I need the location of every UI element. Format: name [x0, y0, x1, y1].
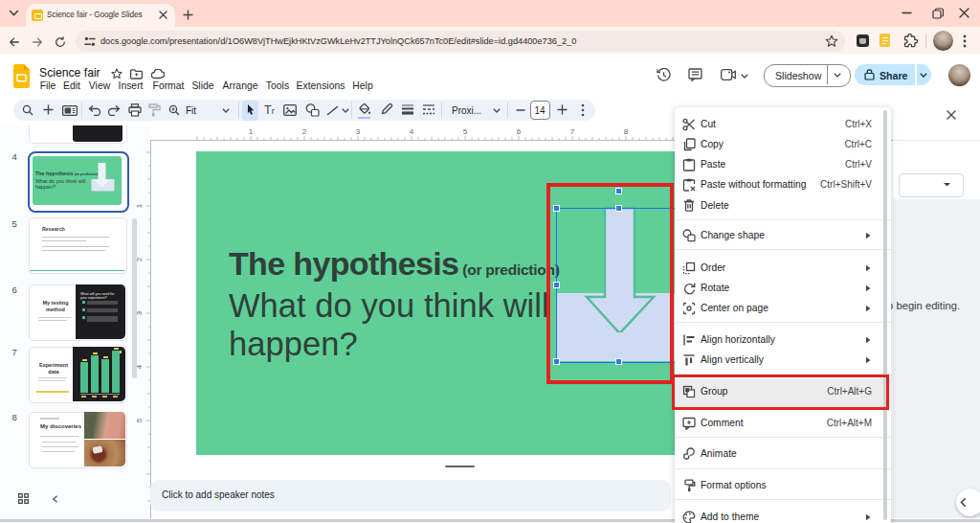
svg-text:3: 3 [356, 127, 361, 136]
svg-text:2: 2 [302, 127, 307, 136]
svg-text:2: 2 [137, 257, 144, 262]
svg-text:1: 1 [249, 127, 254, 136]
svg-text:4: 4 [137, 364, 144, 369]
svg-text:4: 4 [410, 127, 414, 136]
svg-text:3: 3 [137, 310, 144, 315]
svg-text:6: 6 [517, 127, 522, 136]
svg-text:1: 1 [137, 203, 144, 208]
svg-text:8: 8 [624, 127, 629, 136]
svg-text:7: 7 [570, 127, 575, 136]
svg-text:5: 5 [463, 127, 468, 136]
svg-text:5: 5 [137, 418, 144, 422]
